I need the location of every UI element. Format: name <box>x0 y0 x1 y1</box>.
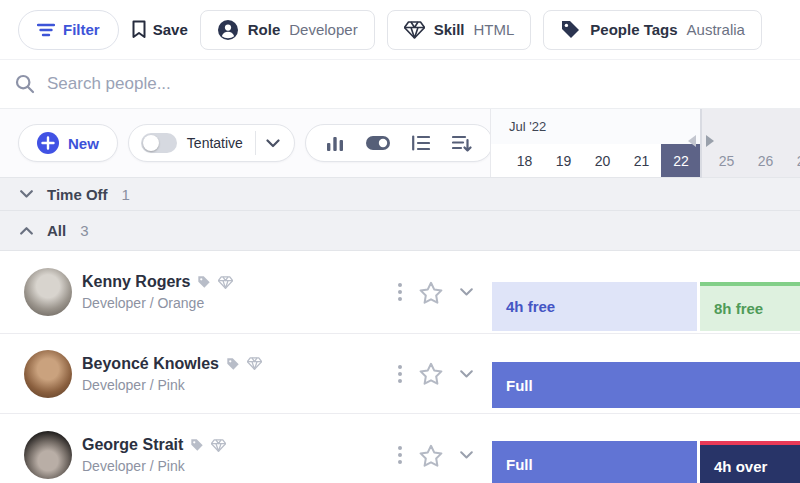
dots-menu-icon[interactable] <box>398 446 402 464</box>
filter-chip-skill[interactable]: Skill HTML <box>387 10 532 50</box>
person-row-beyonce-knowles: Beyoncé Knowles Developer / Pink <box>0 334 800 414</box>
person-left: Beyoncé Knowles Developer / Pink <box>0 334 490 413</box>
tag-icon <box>190 438 204 452</box>
filter-button[interactable]: Filter <box>18 10 119 50</box>
person-name[interactable]: Beyoncé Knowles <box>82 355 219 373</box>
chevron-down-icon[interactable] <box>20 190 33 198</box>
person-row-george-strait: George Strait Developer / Pink <box>0 414 800 483</box>
section-row-time-off[interactable]: Time Off 1 <box>0 178 800 211</box>
person-role: Developer / Pink <box>82 458 398 474</box>
dots-menu-icon[interactable] <box>398 283 402 301</box>
chevron-down-icon[interactable] <box>460 288 473 296</box>
skill-diamond-icon <box>218 276 233 289</box>
availability-bar[interactable]: 4h free <box>492 282 697 331</box>
section-row-all[interactable]: All 3 <box>0 211 800 251</box>
toolbar-left: New Tentative <box>0 109 490 177</box>
tag-icon <box>197 275 211 289</box>
chevron-down-icon[interactable] <box>460 451 473 459</box>
scheduler-app: Filter Save Role Developer Skill HTML <box>0 0 800 483</box>
day-cell[interactable]: 26 <box>746 144 785 177</box>
save-button[interactable]: Save <box>131 10 188 50</box>
chevron-down-icon[interactable] <box>460 370 473 378</box>
month-label: Jul '22 <box>509 119 546 134</box>
person-role: Developer / Pink <box>82 377 398 393</box>
people-tags-icon <box>560 19 581 40</box>
star-icon[interactable] <box>419 444 443 467</box>
filter-chip-people-tags[interactable]: People Tags Australia <box>543 10 762 50</box>
chip-label: Role <box>248 21 281 38</box>
availability-bar[interactable]: Full <box>492 362 800 408</box>
day-cell[interactable]: 25 <box>707 144 746 177</box>
person-timeline: Full <box>490 334 800 413</box>
view-options <box>305 124 493 162</box>
person-role: Developer / Orange <box>82 295 398 311</box>
tentative-label: Tentative <box>187 135 243 151</box>
tentative-chevron-down-icon[interactable] <box>256 139 290 148</box>
avatar[interactable] <box>24 350 72 398</box>
section-count: 1 <box>122 186 130 203</box>
timeline-month-row: Jul '22 <box>491 109 800 144</box>
day-cell[interactable]: 27 <box>785 144 800 177</box>
person-actions <box>398 444 473 467</box>
chip-label: Skill <box>434 21 465 38</box>
week-divider[interactable] <box>700 109 702 178</box>
person-row-kenny-rogers: Kenny Rogers Developer / Orange <box>0 251 800 334</box>
day-cell[interactable]: 21 <box>622 144 661 177</box>
avatar[interactable] <box>24 431 72 479</box>
tentative-control: Tentative <box>128 124 295 162</box>
person-left: George Strait Developer / Pink <box>0 414 490 483</box>
day-cell[interactable]: 19 <box>544 144 583 177</box>
toolbar-row: New Tentative <box>0 109 800 178</box>
next-week-zone <box>701 109 800 144</box>
toggle-knob <box>143 135 159 151</box>
toggle-icon[interactable] <box>366 136 390 150</box>
role-icon <box>217 19 239 41</box>
bar-label: Full <box>506 377 533 394</box>
chip-value: HTML <box>473 21 514 38</box>
day-cell-selected[interactable]: 22 <box>661 144 701 177</box>
drag-handle-right-icon[interactable] <box>706 135 714 147</box>
bar-chart-icon[interactable] <box>326 135 344 151</box>
section-label: All <box>47 222 66 239</box>
bookmark-icon <box>131 20 147 39</box>
availability-bar[interactable]: Full <box>492 441 697 483</box>
chip-value: Australia <box>687 21 745 38</box>
sort-icon[interactable] <box>452 135 472 152</box>
chip-label: People Tags <box>590 21 677 38</box>
search-row <box>0 60 800 109</box>
timeline-header: Jul '22 18 19 20 21 22 25 26 27 <box>490 109 800 177</box>
person-info: Kenny Rogers Developer / Orange <box>82 273 398 311</box>
person-timeline: 4h free 8h free <box>490 251 800 333</box>
drag-handle-left-icon[interactable] <box>688 135 696 147</box>
overtime-bar[interactable]: 4h over <box>700 441 800 483</box>
day-cell[interactable]: 18 <box>505 144 544 177</box>
person-name[interactable]: Kenny Rogers <box>82 273 190 291</box>
chip-value: Developer <box>289 21 357 38</box>
day-cell[interactable]: 20 <box>583 144 622 177</box>
filter-label: Filter <box>63 21 100 38</box>
search-input[interactable] <box>47 74 347 94</box>
person-actions <box>398 362 473 385</box>
person-name[interactable]: George Strait <box>82 436 183 454</box>
avatar[interactable] <box>24 268 72 316</box>
star-icon[interactable] <box>419 281 443 304</box>
tag-icon <box>226 357 240 371</box>
person-info: George Strait Developer / Pink <box>82 436 398 474</box>
dots-menu-icon[interactable] <box>398 365 402 383</box>
save-label: Save <box>153 21 188 38</box>
star-icon[interactable] <box>419 362 443 385</box>
chevron-up-icon[interactable] <box>20 227 33 235</box>
section-count: 3 <box>80 222 88 239</box>
new-button[interactable]: New <box>18 124 118 162</box>
person-left: Kenny Rogers Developer / Orange <box>0 251 490 333</box>
section-label: Time Off <box>47 186 108 203</box>
person-actions <box>398 281 473 304</box>
list-icon[interactable] <box>412 135 430 151</box>
timeline-dates-row: 18 19 20 21 22 25 26 27 <box>491 144 800 177</box>
bar-label: Full <box>506 456 533 473</box>
plus-icon <box>37 132 59 154</box>
search-icon <box>15 74 35 94</box>
availability-bar[interactable]: 8h free <box>700 282 800 331</box>
tentative-toggle[interactable] <box>141 133 177 153</box>
filter-chip-role[interactable]: Role Developer <box>200 10 375 50</box>
